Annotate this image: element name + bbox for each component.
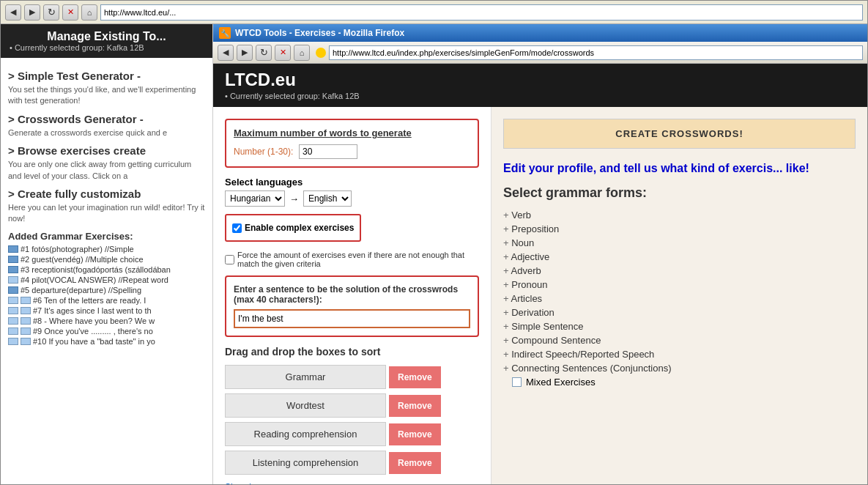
drag-item-3[interactable]: Listening comprehension Remove (225, 451, 479, 475)
exercise-icon-3 (8, 266, 18, 273)
left-header: Manage Existing To... Currently selected… (1, 24, 212, 58)
exercise-item-7[interactable]: #7 It's ages since I last went to th (8, 306, 205, 315)
popup-back-button[interactable]: ◀ (218, 45, 234, 61)
popup-titlebar: 🔧 WTCD Tools - Exercises - Mozilla Firef… (213, 24, 867, 42)
grammar-item-0[interactable]: Verb (503, 208, 856, 222)
exercise-label-9: #9 Once you've ......... , there's no (33, 327, 153, 336)
remove-btn-0[interactable]: Remove (389, 366, 441, 388)
drag-item-0[interactable]: Grammar Remove (225, 365, 479, 389)
create-crosswords-button[interactable]: CREATE CROSSWORDS! (503, 119, 856, 149)
stop-button[interactable]: ✕ (62, 4, 78, 21)
form-panel: Maximum number of words to generate Numb… (213, 107, 492, 484)
exercise-icon-9b (21, 327, 31, 335)
sentence-box: Enter a sentence to be the solution of t… (225, 275, 479, 337)
site-header: LTCD.eu Currently selected group: Kafka … (213, 64, 867, 107)
drag-section: Drag and drop the boxes to sort Grammar … (225, 346, 479, 484)
lang-from-select[interactable]: Hungarian (225, 190, 285, 207)
exercise-item-6[interactable]: #6 Ten of the letters are ready. I (8, 296, 205, 305)
exercise-item-2[interactable]: #2 guest(vendég) //Multiple choice (8, 255, 205, 264)
lang-to-select[interactable]: English (303, 190, 352, 207)
exercise-item-9[interactable]: #9 Once you've ......... , there's no (8, 327, 205, 336)
grammar-item-5[interactable]: Pronoun (503, 278, 856, 292)
drag-item-2[interactable]: Reading comprehension Remove (225, 422, 479, 446)
site-title: LTCD.eu (225, 70, 856, 90)
exercise-icon-6 (8, 297, 18, 304)
exercise-item-1[interactable]: #1 fotós(photographer) //Simple (8, 245, 205, 253)
popup-home-button[interactable]: ⌂ (294, 45, 310, 61)
section-crosswords[interactable]: > Crosswords Generator - (8, 113, 205, 125)
popup-address-bar[interactable] (329, 45, 863, 60)
section-test[interactable]: > Simple Test Generator - (8, 70, 205, 82)
back-button[interactable]: ◀ (5, 4, 21, 21)
section-browse-text: You are only one click away from getting… (8, 159, 205, 182)
remove-btn-2[interactable]: Remove (389, 423, 441, 445)
drag-label-0: Grammar (225, 365, 386, 389)
exercise-icon-10 (8, 338, 18, 345)
exercise-label-10: #10 If you have a "bad taste" in yo (33, 337, 155, 346)
site-group: Currently selected group: Kafka 12B (225, 92, 360, 100)
popup-stop-button[interactable]: ✕ (275, 45, 291, 61)
exercise-item-10[interactable]: #10 If you have a "bad taste" in yo (8, 337, 205, 346)
remove-btn-3[interactable]: Remove (389, 452, 441, 474)
section-test-text: You set the things you'd like, and we'll… (8, 84, 205, 107)
number-input[interactable] (299, 144, 357, 159)
sentence-input[interactable] (234, 309, 470, 328)
grammar-item-4[interactable]: Adverb (503, 264, 856, 278)
grammar-title: Select grammar forms: (503, 185, 856, 201)
section-crosswords-text: Generate a crosswords exercise quick and… (8, 127, 205, 138)
linux-icon (316, 48, 326, 58)
arrow-icon: → (289, 193, 299, 204)
right-panel: CREATE CROSSWORDS! Edit your profile, an… (492, 107, 867, 484)
left-title: Manage Existing To... (10, 30, 204, 43)
grammar-item-3[interactable]: Adjective (503, 250, 856, 264)
enable-complex-box: Enable complex exercises (225, 214, 361, 242)
drag-label-1: Wordtest (225, 393, 386, 418)
popup-reload-button[interactable]: ↻ (256, 45, 272, 61)
popup-forward-button[interactable]: ▶ (237, 45, 253, 61)
number-label: Number (1-30): (234, 147, 293, 157)
grammar-item-11[interactable]: Connecting Sentences (Conjunctions) (503, 361, 856, 375)
show-log-link[interactable]: Show log... (225, 482, 479, 484)
grammar-item-9[interactable]: Compound Sentence (503, 333, 856, 347)
grammar-item-1[interactable]: Preposition (503, 222, 856, 236)
popup-icon: 🔧 (219, 27, 231, 39)
address-bar-bg[interactable] (100, 4, 863, 21)
exercise-item-3[interactable]: #3 receptionist(fogadóportás (szállodába… (8, 265, 205, 274)
popup-toolbar: ◀ ▶ ↻ ✕ ⌂ (213, 42, 867, 64)
force-amount-checkbox[interactable] (225, 255, 234, 264)
drag-item-1[interactable]: Wordtest Remove (225, 393, 479, 418)
max-words-title: Maximum number of words to generate (234, 127, 470, 138)
section-browse[interactable]: > Browse exercises create (8, 144, 205, 157)
exercise-item-4[interactable]: #4 pilot(VOCAL ANSWER) //Repeat word (8, 275, 205, 284)
forward-button[interactable]: ▶ (24, 4, 40, 21)
remove-btn-1[interactable]: Remove (389, 395, 441, 417)
grammar-list: Verb Preposition Noun Adjective Adverb P… (503, 208, 856, 375)
section-create[interactable]: > Create fully customizab (8, 188, 205, 200)
grammar-item-10[interactable]: Indirect Speech/Reported Speech (503, 347, 856, 361)
exercise-item-5[interactable]: #5 departure(departure) //Spelling (8, 286, 205, 295)
grammar-item-6[interactable]: Articles (503, 292, 856, 306)
reload-button[interactable]: ↻ (43, 4, 59, 21)
exercise-icon-7b (21, 307, 31, 314)
exercise-icon-6b (21, 297, 31, 304)
exercise-label-5: #5 departure(departure) //Spelling (21, 286, 141, 295)
exercise-icon-9 (8, 327, 18, 335)
section-create-text: Here you can let your imagination run wi… (8, 202, 205, 225)
drag-label-2: Reading comprehension (225, 422, 386, 446)
grammar-item-8[interactable]: Simple Sentence (503, 319, 856, 333)
grammar-item-2[interactable]: Noun (503, 236, 856, 250)
drag-label-3: Listening comprehension (225, 451, 386, 475)
exercise-icon-7 (8, 307, 18, 314)
mixed-exercises-label: Mixed Exercises (526, 377, 596, 388)
languages-title: Select languages (225, 177, 479, 188)
exercise-label-8: #8 - Where have you been? We w (33, 316, 155, 325)
exercise-label-3: #3 receptionist(fogadóportás (szállodába… (21, 265, 171, 274)
home-button[interactable]: ⌂ (81, 4, 97, 21)
mixed-exercises-checkbox[interactable] (512, 377, 522, 387)
grammar-item-7[interactable]: Derivation (503, 306, 856, 319)
exercise-icon-5 (8, 286, 18, 294)
exercise-label-6: #6 Ten of the letters are ready. I (33, 296, 146, 305)
exercise-item-8[interactable]: #8 - Where have you been? We w (8, 316, 205, 325)
enable-complex-checkbox[interactable] (232, 223, 242, 233)
force-amount-label: Force the amount of exercises even if th… (237, 251, 479, 268)
